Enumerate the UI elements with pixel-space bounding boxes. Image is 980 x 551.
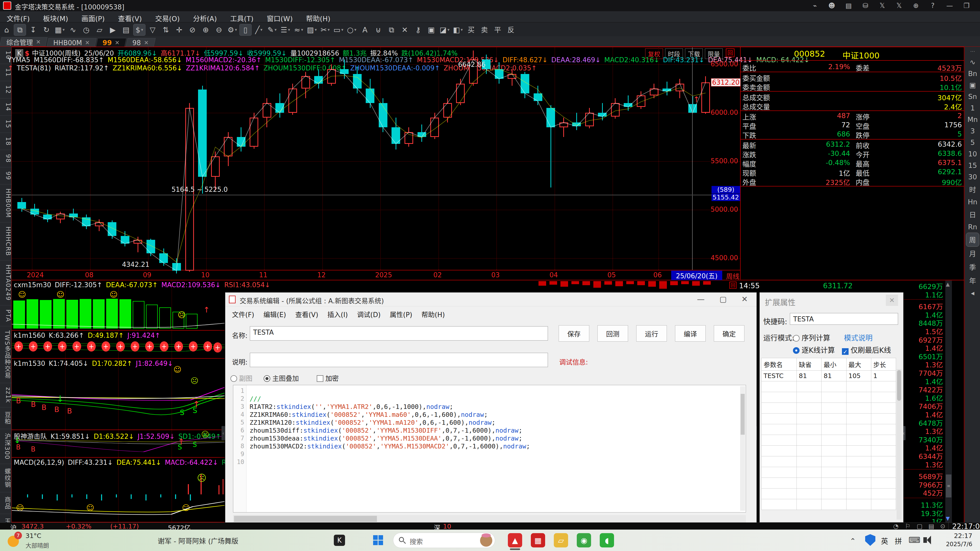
trade-button-3[interactable]: 反 xyxy=(505,24,517,35)
sidebar-item-HHTA0249[interactable]: HHTA0249 xyxy=(0,260,12,305)
sidebar-item-沪深300[interactable]: 沪深300 xyxy=(0,429,12,464)
kline-chart-icon[interactable]: ▣ xyxy=(965,79,980,91)
browser-icon[interactable]: ⊕ xyxy=(907,1,924,10)
tab-HHB00M[interactable]: HHB00M✕ xyxy=(47,38,97,47)
weather-icon[interactable]: 7 xyxy=(8,532,22,546)
dialog-button-编译[interactable]: 编译 xyxy=(675,325,706,341)
move-icon[interactable]: ✛ xyxy=(173,24,185,36)
link-icon[interactable]: ⧉ xyxy=(14,24,26,36)
tick-scroll-up-icon[interactable]: ▲ xyxy=(946,281,950,287)
period-Rn[interactable]: Rn xyxy=(965,221,980,233)
candle[interactable] xyxy=(275,103,284,113)
tick-scroll-down-icon[interactable]: ▼ xyxy=(946,515,950,521)
chart-button-下载[interactable]: 下载 xyxy=(685,48,703,59)
wechat-icon[interactable]: ◖ xyxy=(600,533,614,548)
candle[interactable] xyxy=(353,74,362,89)
delete-icon[interactable]: ✕ xyxy=(399,24,411,36)
tab-close-icon[interactable]: ✕ xyxy=(36,39,41,45)
bag-icon[interactable]: ▣ xyxy=(425,24,438,36)
candle[interactable] xyxy=(211,156,220,177)
candle[interactable] xyxy=(495,69,504,79)
candle[interactable] xyxy=(379,103,387,127)
candle[interactable] xyxy=(701,83,710,113)
play-icon[interactable]: ▶ xyxy=(107,24,119,36)
candle[interactable] xyxy=(18,202,26,209)
circle-icon[interactable]: ○▾ xyxy=(345,24,358,36)
period-1[interactable]: 1 xyxy=(965,102,980,114)
sidebar-item-14[interactable]: 14 xyxy=(0,98,12,116)
candle[interactable] xyxy=(520,74,529,94)
dialog-minimize-icon[interactable]: — xyxy=(697,295,705,303)
candle[interactable] xyxy=(443,103,452,118)
sidebar-item-12[interactable]: 12 xyxy=(0,81,12,98)
candle[interactable] xyxy=(262,103,271,118)
dialog-menu-4[interactable]: 调试(D) xyxy=(352,307,385,321)
chart-button-复权[interactable]: 复权 xyxy=(645,48,663,59)
minute-chart-icon[interactable]: ∿ xyxy=(965,56,980,68)
radio-sequence[interactable]: 序列计算 xyxy=(793,332,830,343)
dialog-button-保存[interactable]: 保存 xyxy=(558,325,589,341)
sidebar-item-HHB00M[interactable]: HHB00M xyxy=(0,184,12,222)
candle[interactable] xyxy=(250,118,258,147)
period-5[interactable]: 5 xyxy=(965,137,980,148)
chart-corner-red-icon[interactable]: 回 xyxy=(726,48,735,57)
dialog-menu-0[interactable]: 文件(F) xyxy=(228,307,259,321)
period-Mn[interactable]: Mn xyxy=(965,114,980,125)
desc-input[interactable] xyxy=(250,353,548,367)
trade-button-1[interactable]: 卖 xyxy=(478,24,490,35)
defender-shield-icon[interactable] xyxy=(865,534,875,546)
weather-desc[interactable]: 大部晴朗 xyxy=(25,541,49,549)
candle[interactable] xyxy=(508,74,516,79)
candle[interactable] xyxy=(185,108,194,271)
candle[interactable] xyxy=(585,113,594,126)
alert-icon[interactable]: ◷ xyxy=(80,24,92,36)
refresh-icon[interactable]: ↻ xyxy=(40,24,52,36)
candle[interactable] xyxy=(327,69,336,84)
candle[interactable] xyxy=(688,104,697,113)
candle[interactable] xyxy=(237,137,245,147)
dialog-menu-1[interactable]: 编辑(E) xyxy=(259,307,291,321)
editor-vscrollbar[interactable] xyxy=(740,386,745,511)
candle[interactable] xyxy=(559,122,568,127)
candle[interactable] xyxy=(611,103,620,117)
code-line-3[interactable]: RIATR2:stkindiex('','YYMA1.ATR2',0,6,-1,… xyxy=(250,403,453,410)
settings-icon[interactable]: ⚙▾ xyxy=(226,24,239,36)
bell-icon[interactable]: ⚐ xyxy=(905,523,911,530)
candle[interactable] xyxy=(676,84,684,91)
code-line-6[interactable]: zhoum1530diff:stkindiex('000852','YYMA5.… xyxy=(250,427,522,434)
hatch-icon[interactable]: ▨▾ xyxy=(306,24,318,36)
download-icon[interactable]: ↧ xyxy=(27,24,39,36)
ext-close-icon[interactable]: ✕ xyxy=(886,295,898,306)
sidebar-item-TWS多品种交易[interactable]: TWS多品种交易 xyxy=(0,326,12,383)
candle[interactable] xyxy=(172,263,181,271)
k-badge[interactable]: K xyxy=(15,49,23,57)
radio-subchart-circle[interactable] xyxy=(231,375,237,382)
tick-scroll-thumb[interactable]: ≡ xyxy=(946,475,951,497)
candle[interactable] xyxy=(404,132,413,144)
candle[interactable] xyxy=(288,89,297,113)
server-icon[interactable]: ▤ xyxy=(928,523,934,530)
candle[interactable] xyxy=(69,213,78,218)
dialog-button-回测[interactable]: 回测 xyxy=(597,325,628,341)
filter-icon[interactable]: ▽ xyxy=(146,24,159,36)
mode-help-link[interactable]: 模式说明 xyxy=(844,332,873,343)
code-line-5[interactable]: ZZ1KRIMA120:stkindiex('000852','YYMA1.mA… xyxy=(250,419,495,426)
sidebar-item-zz1k[interactable]: zz1k xyxy=(0,383,12,407)
tab-综合管理[interactable]: 综合管理✕ xyxy=(0,37,48,46)
period-Bn[interactable]: Bn xyxy=(965,68,980,79)
tab-close-icon[interactable]: ✕ xyxy=(115,40,119,46)
candle[interactable] xyxy=(314,76,323,84)
editor-hscrollbar[interactable] xyxy=(233,515,746,523)
trendline-icon[interactable]: ╱▾ xyxy=(253,24,265,36)
image-icon[interactable]: ▱ xyxy=(94,24,106,36)
magnet-icon[interactable]: ⊍ xyxy=(372,24,384,36)
period-15[interactable]: 15 xyxy=(965,160,980,171)
search-avatar[interactable] xyxy=(480,534,492,547)
shortcut-input[interactable]: TESTA xyxy=(790,313,898,325)
chart-button-限量[interactable]: 限量 xyxy=(705,48,723,59)
text-icon[interactable]: A xyxy=(359,24,371,36)
pencil-icon[interactable]: ✎▾ xyxy=(266,24,278,36)
candle[interactable] xyxy=(546,108,555,127)
zoom-in-icon[interactable]: ⊕ xyxy=(200,24,212,36)
sidebar-item-商品[interactable]: 商品 xyxy=(0,492,12,514)
